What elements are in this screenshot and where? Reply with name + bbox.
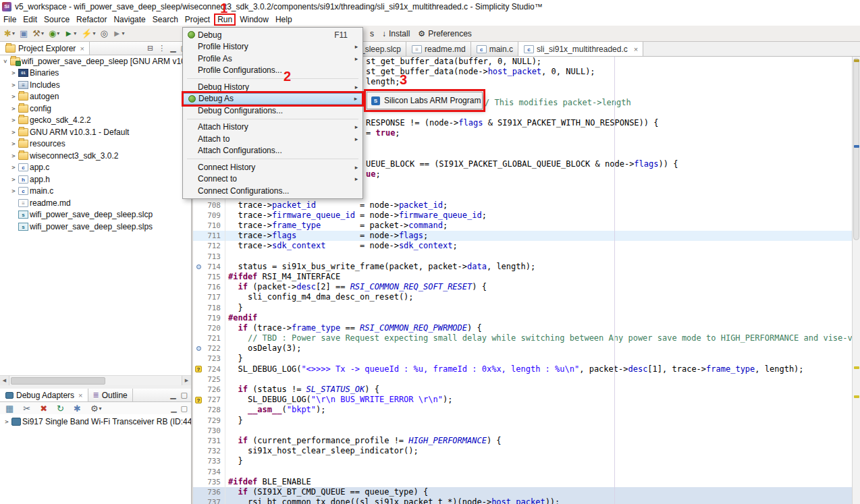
line-number[interactable]: 725 <box>204 374 225 385</box>
menubar-item-edit[interactable]: Edit <box>20 14 40 25</box>
line-number[interactable]: 735 <box>204 477 225 487</box>
tree-item-app-h[interactable]: >happ.h <box>0 173 191 186</box>
code-line-729[interactable]: 729 } <box>193 416 852 426</box>
line-number[interactable]: 737 <box>204 497 225 504</box>
chevron-right-icon[interactable]: > <box>9 140 18 148</box>
line-number[interactable]: 714 <box>204 262 225 272</box>
new-wizard-icon[interactable]: ✱▾ <box>2 28 17 39</box>
install-button[interactable]: ↓ Install <box>382 29 410 38</box>
tree-item-resources[interactable]: >resources <box>0 138 191 150</box>
maximize-icon[interactable]: ▢ <box>181 391 188 399</box>
view-menu-icon[interactable]: ⋮ <box>158 44 165 53</box>
tree-item-gnu-arm-v10-3-1-default[interactable]: >GNU ARM v10.3.1 - Default <box>0 126 191 138</box>
line-number[interactable]: 713 <box>204 252 225 262</box>
code-line-721[interactable]: 721 // TBD : Power save Request expectin… <box>193 333 852 343</box>
code-line-728[interactable]: 728 __asm__("bkpt"); <box>193 405 852 415</box>
code-line-711[interactable]: 711 trace->flags = node->flags; <box>193 231 852 241</box>
line-number[interactable]: 728 <box>204 405 225 415</box>
chevron-right-icon[interactable]: > <box>9 152 18 160</box>
line-number[interactable]: 708 <box>204 200 225 211</box>
menubar-item-refactor[interactable]: Refactor <box>74 14 109 25</box>
tools-button-partial[interactable]: s <box>370 29 374 38</box>
code-line-715[interactable]: 715#ifdef RSI_M4_INTERFACE <box>193 272 852 282</box>
code-line-725[interactable]: 725 <box>193 374 852 385</box>
line-number[interactable]: 712 <box>204 241 225 251</box>
editor-vscrollbar[interactable] <box>852 57 860 504</box>
maximize-icon[interactable]: ▢ <box>181 404 188 413</box>
menubar-item-file[interactable]: File <box>1 14 19 25</box>
chevron-down-icon[interactable]: > <box>1 57 9 65</box>
adapter-settings-icon[interactable]: ⚙▾ <box>88 403 104 414</box>
code-line-730[interactable]: 730 <box>193 426 852 436</box>
line-number[interactable]: 734 <box>204 467 225 477</box>
minimize-icon[interactable]: ▁ <box>170 44 176 53</box>
chevron-right-icon[interactable]: > <box>9 163 18 171</box>
tree-item-wifi-power-save-deep-sleep-slps[interactable]: swifi_power_save_deep_sleep.slps <box>0 221 191 233</box>
menubar-item-search[interactable]: Search <box>150 14 181 25</box>
tree-item-main-c[interactable]: >cmain.c <box>0 186 191 198</box>
chevron-right-icon[interactable]: > <box>9 105 18 113</box>
run-menu-item-attach-history[interactable]: Attach History▸ <box>183 121 362 134</box>
run-menu-item-attach-to[interactable]: Attach to▸ <box>183 133 362 145</box>
disconnect-icon[interactable]: ✖ <box>38 403 49 414</box>
collapse-all-icon[interactable]: ⊟ <box>147 44 153 53</box>
line-number[interactable]: 720 <box>204 323 225 333</box>
external-tools-icon[interactable]: ►▾ <box>111 28 127 39</box>
line-number[interactable]: 719 <box>204 313 225 323</box>
debug-icon[interactable]: ◉▾ <box>47 28 61 39</box>
menubar-item-run[interactable]: Run1 <box>214 13 236 26</box>
run-menu-item-debug-configurations[interactable]: Debug Configurations... <box>183 105 362 117</box>
code-line-735[interactable]: 735#ifdef BLE_ENABLE <box>193 477 852 487</box>
run-menu-item-debug-as[interactable]: Debug As▸2 <box>183 93 362 105</box>
scroll-right-icon[interactable]: ▶ <box>182 376 191 385</box>
editor-tab-readme-md[interactable]: ≡readme.md <box>406 42 471 56</box>
menubar-item-source[interactable]: Source <box>41 14 72 25</box>
tree-item-project-root[interactable]: >wifi_power_save_deep_sleep [GNU ARM v10… <box>0 55 191 67</box>
tree-item-autogen[interactable]: >autogen <box>0 91 191 103</box>
line-number[interactable]: 731 <box>204 436 225 446</box>
run-menu-item-debug[interactable]: DebugF11 <box>183 29 362 41</box>
chevron-right-icon[interactable]: > <box>9 187 18 195</box>
tree-item-includes[interactable]: >≡Includes <box>0 79 191 91</box>
menubar-item-window[interactable]: Window <box>237 14 271 25</box>
line-number[interactable]: 724 <box>204 364 225 374</box>
tree-item-binaries[interactable]: >01Binaries <box>0 67 191 80</box>
code-line-719[interactable]: 719#endif <box>193 313 852 323</box>
refresh-adapters-icon[interactable]: ↻ <box>55 403 66 414</box>
code-line-736[interactable]: 736 if (SI91X_BT_CMD_QUEUE == queue_type… <box>193 487 852 497</box>
line-number[interactable]: 729 <box>204 416 225 426</box>
chevron-right-icon[interactable]: > <box>9 175 18 184</box>
tree-item-gecko-sdk-4-2-2[interactable]: >gecko_sdk_4.2.2 <box>0 115 191 127</box>
code-line-714[interactable]: 714 status = si91x_bus_write_frame(packe… <box>193 262 852 272</box>
code-line-731[interactable]: 731 if (current_performance_profile != H… <box>193 436 852 446</box>
tree-item-wiseconnect3-sdk-3-0-2[interactable]: >wiseconnect3_sdk_3.0.2 <box>0 150 191 162</box>
code-line-733[interactable]: 733 } <box>193 456 852 466</box>
run-menu-item-attach-configurations[interactable]: Attach Configurations... <box>183 145 362 157</box>
flash-icon[interactable]: ⚡▾ <box>79 28 97 39</box>
editor-tab-sli-si91x-multithreaded-c[interactable]: csli_si91x_multithreaded.c× <box>518 42 643 56</box>
filter-icon[interactable]: ✱ <box>72 403 83 414</box>
tab-project-explorer[interactable]: Project Explorer × <box>0 42 90 55</box>
line-number[interactable]: 709 <box>204 211 225 221</box>
run-menu-item-connect-to[interactable]: Connect to▸ <box>183 173 362 186</box>
menubar-item-project[interactable]: Project <box>182 14 213 25</box>
code-line-713[interactable]: 713 <box>193 252 852 262</box>
code-line-727[interactable]: ?727 SL_DEBUG_LOG("\r\n BUS_WRITE_ERROR … <box>193 395 852 405</box>
code-line-718[interactable]: 718 } <box>193 303 852 313</box>
run-menu-item-connect-configurations[interactable]: Connect Configurations... <box>183 185 362 197</box>
code-line-716[interactable]: 716 if (packet->desc[2] == RSI_COMMON_RE… <box>193 282 852 292</box>
run-menu-item-profile-history[interactable]: Profile History▸ <box>183 41 362 53</box>
line-number[interactable]: 715 <box>204 272 225 282</box>
chevron-right-icon[interactable]: > <box>3 418 11 426</box>
run-menu-item-connect-history[interactable]: Connect History▸ <box>183 161 362 173</box>
save-icon[interactable]: ▣ <box>18 28 30 39</box>
code-line-724[interactable]: ?724 SL_DEBUG_LOG("<>>>> Tx -> queueId :… <box>193 364 852 374</box>
preferences-button[interactable]: ⚙ Preferences <box>418 29 471 38</box>
line-number[interactable]: 710 <box>204 221 225 231</box>
tab-debug-adapters[interactable]: Debug Adapters × <box>0 389 88 401</box>
line-number[interactable]: 723 <box>204 354 225 364</box>
line-number[interactable]: 722 <box>204 343 225 354</box>
code-line-734[interactable]: 734 <box>193 467 852 477</box>
search-icon[interactable]: ◎ <box>98 28 109 39</box>
submenu-item-silicon-labs-arm-program[interactable]: S Silicon Labs ARM Program <box>369 94 481 107</box>
